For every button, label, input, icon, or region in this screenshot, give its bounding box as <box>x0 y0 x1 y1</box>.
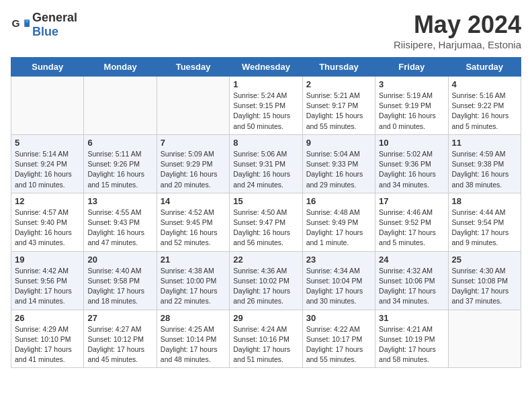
calendar-cell: 31Sunrise: 4:21 AM Sunset: 10:19 PM Dayl… <box>375 310 448 368</box>
day-info: Sunrise: 5:04 AM Sunset: 9:33 PM Dayligh… <box>306 149 371 190</box>
calendar-row: 5Sunrise: 5:14 AM Sunset: 9:24 PM Daylig… <box>11 134 521 193</box>
weekday-header: Monday <box>84 58 157 77</box>
day-info: Sunrise: 4:27 AM Sunset: 10:12 PM Daylig… <box>87 324 152 365</box>
calendar-cell: 12Sunrise: 4:57 AM Sunset: 9:40 PM Dayli… <box>11 193 84 251</box>
weekday-header: Tuesday <box>157 58 229 77</box>
calendar-cell <box>157 77 229 135</box>
logo-icon: G <box>11 15 30 34</box>
calendar-cell: 29Sunrise: 4:24 AM Sunset: 10:16 PM Dayl… <box>230 310 302 368</box>
title-area: May 2024 Riisipere, Harjumaa, Estonia <box>394 11 521 50</box>
day-number: 28 <box>161 313 226 323</box>
day-number: 26 <box>15 313 80 323</box>
day-info: Sunrise: 4:21 AM Sunset: 10:19 PM Daylig… <box>379 324 444 365</box>
calendar-header-row: SundayMondayTuesdayWednesdayThursdayFrid… <box>11 58 521 77</box>
day-number: 20 <box>87 255 152 265</box>
calendar-cell: 26Sunrise: 4:29 AM Sunset: 10:10 PM Dayl… <box>11 310 84 368</box>
calendar-cell: 9Sunrise: 5:04 AM Sunset: 9:33 PM Daylig… <box>302 134 375 193</box>
day-info: Sunrise: 4:42 AM Sunset: 9:56 PM Dayligh… <box>15 266 80 307</box>
calendar-cell: 19Sunrise: 4:42 AM Sunset: 9:56 PM Dayli… <box>11 251 84 310</box>
day-number: 19 <box>15 255 80 265</box>
calendar-table: SundayMondayTuesdayWednesdayThursdayFrid… <box>11 57 521 368</box>
day-number: 31 <box>379 313 444 323</box>
day-number: 6 <box>87 138 152 148</box>
day-info: Sunrise: 5:02 AM Sunset: 9:36 PM Dayligh… <box>379 149 444 190</box>
day-info: Sunrise: 5:19 AM Sunset: 9:19 PM Dayligh… <box>379 91 444 132</box>
day-number: 25 <box>452 255 517 265</box>
calendar-cell: 27Sunrise: 4:27 AM Sunset: 10:12 PM Dayl… <box>84 310 157 368</box>
calendar-cell: 15Sunrise: 4:50 AM Sunset: 9:47 PM Dayli… <box>230 193 302 251</box>
calendar-cell: 21Sunrise: 4:38 AM Sunset: 10:00 PM Dayl… <box>157 251 229 310</box>
day-info: Sunrise: 4:22 AM Sunset: 10:17 PM Daylig… <box>306 324 371 365</box>
calendar-row: 26Sunrise: 4:29 AM Sunset: 10:10 PM Dayl… <box>11 310 521 368</box>
calendar-cell: 13Sunrise: 4:55 AM Sunset: 9:43 PM Dayli… <box>84 193 157 251</box>
day-number: 24 <box>379 255 444 265</box>
day-info: Sunrise: 4:24 AM Sunset: 10:16 PM Daylig… <box>233 324 298 365</box>
day-info: Sunrise: 4:36 AM Sunset: 10:02 PM Daylig… <box>233 266 298 307</box>
calendar-cell: 8Sunrise: 5:06 AM Sunset: 9:31 PM Daylig… <box>230 134 302 193</box>
day-info: Sunrise: 4:40 AM Sunset: 9:58 PM Dayligh… <box>87 266 152 307</box>
day-number: 21 <box>161 255 226 265</box>
logo-text-blue: Blue <box>32 25 58 38</box>
calendar-cell: 4Sunrise: 5:16 AM Sunset: 9:22 PM Daylig… <box>448 77 521 135</box>
day-info: Sunrise: 4:38 AM Sunset: 10:00 PM Daylig… <box>161 266 226 307</box>
day-info: Sunrise: 4:32 AM Sunset: 10:06 PM Daylig… <box>379 266 444 307</box>
day-number: 22 <box>233 255 298 265</box>
day-number: 16 <box>306 196 371 206</box>
day-info: Sunrise: 5:16 AM Sunset: 9:22 PM Dayligh… <box>452 91 517 132</box>
calendar-cell: 28Sunrise: 4:25 AM Sunset: 10:14 PM Dayl… <box>157 310 229 368</box>
page-header: G General Blue May 2024 Riisipere, Harju… <box>11 11 521 50</box>
day-info: Sunrise: 4:46 AM Sunset: 9:52 PM Dayligh… <box>379 208 444 248</box>
day-number: 4 <box>452 79 517 89</box>
calendar-row: 12Sunrise: 4:57 AM Sunset: 9:40 PM Dayli… <box>11 193 521 251</box>
calendar-cell: 6Sunrise: 5:11 AM Sunset: 9:26 PM Daylig… <box>84 134 157 193</box>
day-number: 17 <box>379 196 444 206</box>
logo: G General Blue <box>11 11 77 39</box>
day-info: Sunrise: 5:06 AM Sunset: 9:31 PM Dayligh… <box>233 149 298 190</box>
calendar-cell: 23Sunrise: 4:34 AM Sunset: 10:04 PM Dayl… <box>302 251 375 310</box>
day-number: 18 <box>452 196 517 206</box>
day-info: Sunrise: 4:50 AM Sunset: 9:47 PM Dayligh… <box>233 208 298 248</box>
day-number: 10 <box>379 138 444 148</box>
day-number: 27 <box>87 313 152 323</box>
day-info: Sunrise: 5:14 AM Sunset: 9:24 PM Dayligh… <box>15 149 80 190</box>
day-info: Sunrise: 4:25 AM Sunset: 10:14 PM Daylig… <box>161 324 226 365</box>
calendar-row: 1Sunrise: 5:24 AM Sunset: 9:15 PM Daylig… <box>11 77 521 135</box>
day-number: 11 <box>452 138 517 148</box>
day-info: Sunrise: 4:59 AM Sunset: 9:38 PM Dayligh… <box>452 149 517 190</box>
calendar-cell <box>84 77 157 135</box>
day-number: 7 <box>161 138 226 148</box>
calendar-cell <box>11 77 84 135</box>
weekday-header: Saturday <box>448 58 521 77</box>
day-number: 12 <box>15 196 80 206</box>
month-title: May 2024 <box>394 11 521 39</box>
svg-text:G: G <box>12 17 20 29</box>
day-info: Sunrise: 5:09 AM Sunset: 9:29 PM Dayligh… <box>161 149 226 190</box>
day-info: Sunrise: 4:34 AM Sunset: 10:04 PM Daylig… <box>306 266 371 307</box>
calendar-cell: 11Sunrise: 4:59 AM Sunset: 9:38 PM Dayli… <box>448 134 521 193</box>
day-number: 1 <box>233 79 298 89</box>
day-info: Sunrise: 4:48 AM Sunset: 9:49 PM Dayligh… <box>306 208 371 248</box>
weekday-header: Thursday <box>302 58 375 77</box>
calendar-cell: 3Sunrise: 5:19 AM Sunset: 9:19 PM Daylig… <box>375 77 448 135</box>
calendar-cell: 16Sunrise: 4:48 AM Sunset: 9:49 PM Dayli… <box>302 193 375 251</box>
day-info: Sunrise: 4:55 AM Sunset: 9:43 PM Dayligh… <box>87 208 152 248</box>
calendar-cell: 1Sunrise: 5:24 AM Sunset: 9:15 PM Daylig… <box>230 77 302 135</box>
calendar-cell: 7Sunrise: 5:09 AM Sunset: 9:29 PM Daylig… <box>157 134 229 193</box>
day-info: Sunrise: 4:44 AM Sunset: 9:54 PM Dayligh… <box>452 208 517 248</box>
day-number: 2 <box>306 79 371 89</box>
day-info: Sunrise: 4:30 AM Sunset: 10:08 PM Daylig… <box>452 266 517 307</box>
calendar-row: 19Sunrise: 4:42 AM Sunset: 9:56 PM Dayli… <box>11 251 521 310</box>
calendar-cell: 30Sunrise: 4:22 AM Sunset: 10:17 PM Dayl… <box>302 310 375 368</box>
day-number: 9 <box>306 138 371 148</box>
day-number: 14 <box>161 196 226 206</box>
calendar-cell: 5Sunrise: 5:14 AM Sunset: 9:24 PM Daylig… <box>11 134 84 193</box>
weekday-header: Sunday <box>11 58 84 77</box>
calendar-cell: 20Sunrise: 4:40 AM Sunset: 9:58 PM Dayli… <box>84 251 157 310</box>
day-number: 29 <box>233 313 298 323</box>
day-number: 3 <box>379 79 444 89</box>
day-number: 8 <box>233 138 298 148</box>
calendar-cell: 10Sunrise: 5:02 AM Sunset: 9:36 PM Dayli… <box>375 134 448 193</box>
day-info: Sunrise: 5:11 AM Sunset: 9:26 PM Dayligh… <box>87 149 152 190</box>
calendar-cell: 24Sunrise: 4:32 AM Sunset: 10:06 PM Dayl… <box>375 251 448 310</box>
day-number: 23 <box>306 255 371 265</box>
